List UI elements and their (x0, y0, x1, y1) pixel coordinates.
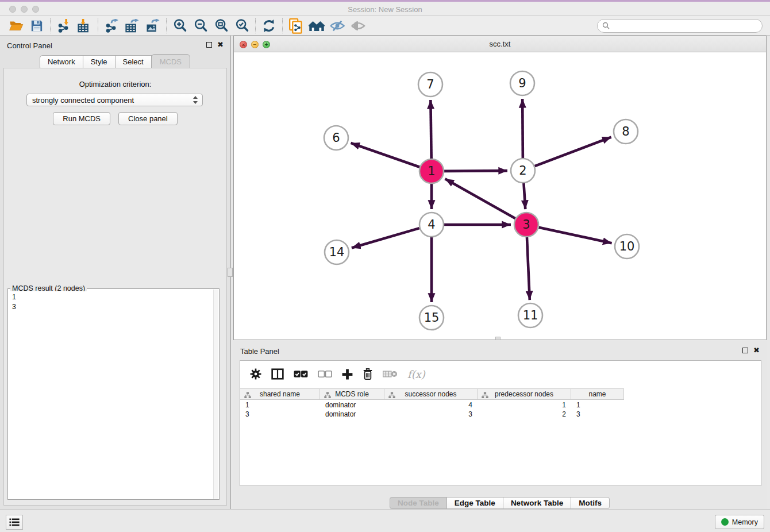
zoom-selected-button[interactable] (232, 17, 252, 34)
network-table-splitter-handle[interactable] (495, 337, 500, 340)
tab-motifs[interactable]: Motifs (571, 497, 610, 509)
table-cell[interactable]: 3 (240, 410, 320, 419)
refresh-button[interactable] (259, 17, 279, 34)
column-header-predecessor-nodes[interactable]: predecessor nodes (478, 389, 571, 399)
table-cell[interactable]: 1 (571, 400, 624, 410)
search-input[interactable] (610, 20, 762, 32)
save-session-button[interactable] (26, 17, 47, 34)
table-row[interactable]: 3dominator323 (240, 410, 761, 419)
graph-node-15[interactable]: 15 (419, 306, 444, 330)
graph-edge-1-2[interactable] (444, 171, 507, 171)
close-table-panel-icon[interactable]: ✖ (753, 348, 760, 353)
network-window-titlebar[interactable]: scc.txt (234, 36, 766, 52)
status-bar: Memory (0, 509, 770, 532)
svg-text:7: 7 (426, 78, 434, 91)
table-cell[interactable]: 2 (478, 410, 571, 419)
graph-node-1[interactable]: 1 (419, 159, 444, 183)
window-title: Session: New Session (0, 5, 770, 14)
graph-edge-3-10[interactable] (538, 228, 611, 244)
import-table-button[interactable] (74, 17, 95, 34)
mcds-result-text[interactable]: 1 3 (9, 291, 213, 499)
graph-node-6[interactable]: 6 (324, 126, 348, 150)
delete-column-icon[interactable] (383, 369, 398, 379)
dropdown-stepper-icon (192, 95, 199, 105)
memory-button[interactable]: Memory (715, 515, 764, 529)
graph-edge-2-9[interactable] (522, 99, 523, 158)
column-header-name[interactable]: name (571, 389, 624, 399)
tab-mcds[interactable]: MCDS (151, 54, 190, 69)
table-cell[interactable]: 1 (478, 400, 571, 410)
deselect-all-checkboxes-icon[interactable] (318, 370, 332, 378)
open-folder-button[interactable] (6, 17, 26, 34)
control-panel: Control Panel ✖ NetworkStyleSelectMCDS O… (0, 36, 231, 509)
result-scrollbar[interactable] (213, 290, 218, 499)
float-panel-icon[interactable] (206, 42, 212, 48)
tab-edge-table[interactable]: Edge Table (446, 497, 503, 509)
graph-node-4[interactable]: 4 (419, 213, 444, 237)
float-table-panel-icon[interactable] (742, 348, 748, 353)
column-header-shared-name[interactable]: shared name (240, 389, 320, 399)
select-all-checkboxes-icon[interactable] (294, 370, 308, 378)
table-cell[interactable]: 3 (384, 410, 478, 419)
graph-edge-3-1[interactable] (445, 179, 515, 218)
graph-edge-1-7[interactable] (430, 100, 431, 159)
graph-node-7[interactable]: 7 (418, 72, 442, 97)
table-header-row: shared nameMCDS rolesuccessor nodesprede… (240, 388, 624, 400)
eye-hide-button[interactable] (327, 17, 348, 34)
application-window: Session: New Session (0, 0, 770, 532)
function-builder-icon[interactable]: f(x) (407, 368, 425, 380)
zoom-in-button[interactable] (170, 17, 190, 34)
svg-text:9: 9 (518, 76, 526, 90)
export-network-button[interactable] (101, 17, 122, 34)
table-cell[interactable]: dominator (320, 410, 384, 419)
graph-node-2[interactable]: 2 (511, 159, 535, 183)
graph-edge-2-3[interactable] (523, 183, 525, 209)
delete-row-trash-icon[interactable] (363, 368, 373, 380)
toolbar-separator (255, 18, 256, 33)
table-cell[interactable]: dominator (320, 400, 384, 410)
svg-text:8: 8 (622, 125, 629, 138)
control-panel-title: Control Panel (7, 41, 52, 50)
table-cell[interactable]: 3 (571, 410, 624, 419)
graph-node-10[interactable]: 10 (615, 234, 639, 259)
home-button[interactable] (306, 17, 327, 34)
show-column-panel-icon[interactable] (271, 368, 284, 380)
create-column-plus-icon[interactable] (342, 369, 353, 380)
network-document-button[interactable] (286, 17, 306, 34)
import-network-button[interactable] (53, 17, 74, 34)
tab-network-table[interactable]: Network Table (503, 497, 571, 509)
zoom-out-button[interactable] (190, 17, 211, 34)
svg-text:15: 15 (424, 311, 440, 325)
table-toolbar: f(x) (240, 361, 761, 387)
eye-show-button[interactable] (348, 17, 368, 34)
graph-node-8[interactable]: 8 (614, 119, 638, 144)
graph-node-9[interactable]: 9 (510, 71, 534, 95)
export-image-button[interactable] (143, 17, 163, 34)
close-panel-button[interactable]: Close panel (118, 112, 178, 125)
panel-splitter-handle[interactable] (228, 268, 233, 277)
table-cell[interactable]: 1 (240, 400, 320, 410)
graph-node-11[interactable]: 11 (518, 303, 542, 327)
svg-text:14: 14 (329, 245, 345, 259)
network-graph-canvas[interactable]: 7968124314101511 (234, 52, 766, 340)
graph-edge-4-14[interactable] (352, 228, 419, 248)
column-header-successor-nodes[interactable]: successor nodes (384, 389, 478, 399)
export-table-button[interactable] (122, 17, 143, 34)
graph-node-3[interactable]: 3 (514, 213, 538, 237)
close-panel-icon[interactable]: ✖ (217, 42, 224, 48)
table-settings-gear-icon[interactable] (250, 368, 261, 380)
table-cell[interactable]: 4 (384, 400, 478, 410)
search-field[interactable] (597, 19, 763, 33)
graph-edge-2-8[interactable] (535, 137, 611, 167)
graph-edge-1-6[interactable] (351, 143, 419, 167)
criterion-dropdown[interactable]: strongly connected component (26, 94, 203, 106)
task-history-button[interactable] (6, 515, 23, 530)
column-header-mcds-role[interactable]: MCDS role (320, 389, 384, 399)
tab-node-table[interactable]: Node Table (390, 497, 447, 509)
zoom-fit-button[interactable] (211, 17, 232, 34)
graph-node-14[interactable]: 14 (325, 240, 349, 264)
graph-edge-3-11[interactable] (527, 237, 530, 300)
mcds-result-group: MCDS result (2 nodes) 1 3 (7, 288, 220, 500)
run-mcds-button[interactable]: Run MCDS (53, 112, 110, 125)
table-row[interactable]: 1dominator411 (240, 400, 761, 410)
